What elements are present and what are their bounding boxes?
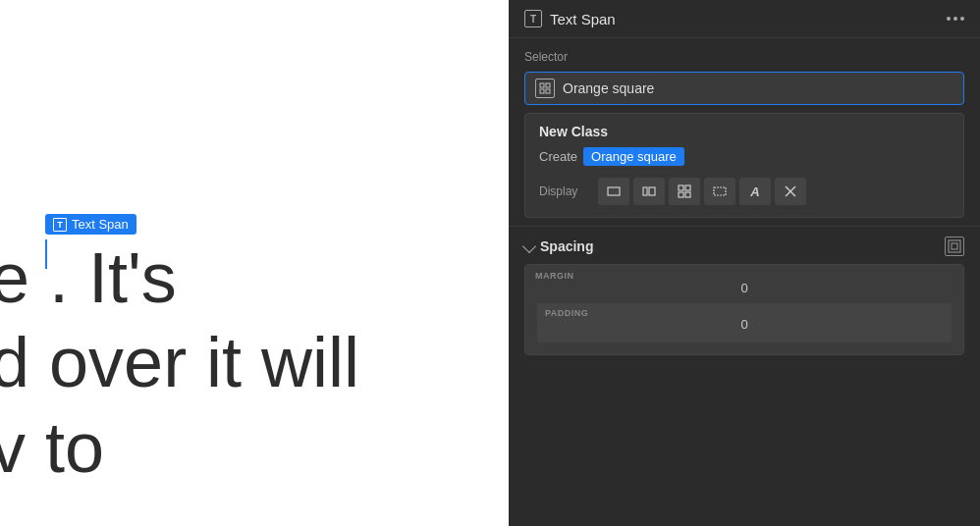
text-span-icon: T	[53, 218, 67, 232]
padding-label: PADDING	[545, 308, 588, 318]
display-btn-block[interactable]	[598, 178, 629, 205]
panel-title-icon: T	[524, 10, 542, 27]
display-row: Display	[539, 178, 950, 205]
spacing-chevron-icon[interactable]	[522, 239, 536, 253]
display-label: Display	[539, 184, 590, 198]
padding-box: PADDING 0	[537, 303, 952, 342]
display-btn-flex[interactable]	[633, 178, 665, 205]
selector-label: Selector	[524, 50, 964, 64]
margin-padding-box: MARGIN 0 PADDING 0	[524, 264, 964, 355]
svg-rect-11	[714, 187, 726, 195]
display-btn-none[interactable]	[775, 178, 806, 205]
svg-rect-1	[546, 83, 550, 87]
selector-input[interactable]	[563, 80, 953, 96]
panel-header: T Text Span	[509, 0, 980, 38]
svg-rect-4	[608, 187, 620, 195]
selector-section: Selector	[509, 38, 980, 113]
display-btn-grid[interactable]	[669, 178, 700, 205]
canvas-text-block: e . It's d over it will v to	[0, 236, 359, 490]
svg-rect-8	[685, 185, 690, 190]
spacing-box-icon[interactable]	[945, 237, 964, 256]
new-class-create-row: Create Orange square	[539, 147, 950, 166]
padding-value[interactable]: 0	[543, 309, 946, 336]
properties-panel: T Text Span Selector New Class	[509, 0, 980, 526]
svg-rect-3	[546, 89, 550, 93]
spacing-title: Spacing	[540, 238, 593, 254]
svg-rect-2	[540, 89, 544, 93]
create-label: Create	[539, 149, 577, 164]
panel-more-button[interactable]	[947, 17, 964, 21]
svg-rect-5	[643, 187, 647, 195]
selector-input-wrapper[interactable]	[524, 72, 964, 105]
display-btn-text[interactable]: A	[739, 178, 771, 205]
display-btn-inline[interactable]	[704, 178, 735, 205]
svg-rect-10	[685, 192, 690, 197]
svg-rect-7	[679, 185, 683, 190]
new-class-dropdown: New Class Create Orange square Display	[524, 113, 964, 218]
display-buttons: A	[598, 178, 806, 205]
margin-box: MARGIN 0 PADDING 0	[525, 265, 963, 354]
svg-rect-15	[952, 243, 957, 249]
margin-label: MARGIN	[535, 271, 574, 281]
selector-icon	[535, 79, 555, 98]
canvas-panel: T Text Span e . It's d over it will v to	[0, 0, 509, 526]
panel-title: Text Span	[550, 11, 616, 27]
spacing-section: Spacing MARGIN 0 PADDING 0	[509, 226, 980, 355]
svg-rect-6	[649, 187, 655, 195]
new-class-badge[interactable]: Orange square	[583, 147, 684, 166]
svg-rect-9	[679, 192, 683, 197]
element-label-text: Text Span	[72, 217, 129, 232]
spacing-header-left: Spacing	[524, 238, 593, 254]
element-label-badge: T Text Span	[45, 214, 136, 235]
svg-rect-14	[949, 240, 960, 252]
margin-value[interactable]: 0	[533, 273, 955, 299]
svg-rect-0	[540, 83, 544, 87]
new-class-title: New Class	[539, 124, 950, 139]
spacing-header: Spacing	[509, 227, 980, 264]
canvas-line-1: e . It's	[0, 236, 359, 320]
canvas-line-3: v to	[0, 405, 359, 490]
panel-header-left: T Text Span	[524, 10, 616, 27]
canvas-line-2: d over it will	[0, 320, 359, 404]
